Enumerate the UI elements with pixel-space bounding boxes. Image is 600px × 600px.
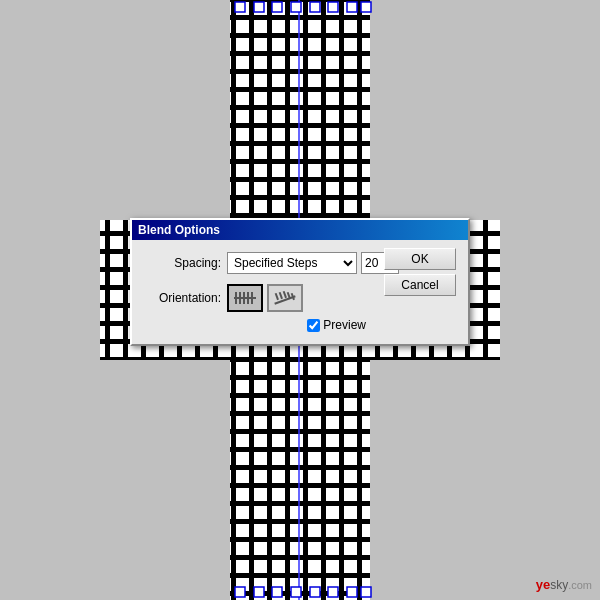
svg-rect-35 <box>247 298 249 304</box>
blend-options-dialog: Blend Options OK Cancel Spacing: Smooth … <box>130 218 470 346</box>
orientation-align-button[interactable] <box>227 284 263 312</box>
ok-button[interactable]: OK <box>384 248 456 270</box>
svg-rect-29 <box>243 292 245 298</box>
svg-rect-22 <box>310 587 320 597</box>
svg-rect-15 <box>328 2 338 12</box>
dialog-title: Blend Options <box>138 223 220 237</box>
orientation-label: Orientation: <box>146 291 221 305</box>
align-to-page-icon <box>231 287 259 309</box>
svg-rect-10 <box>235 2 245 12</box>
svg-rect-23 <box>328 587 338 597</box>
svg-rect-27 <box>235 292 237 298</box>
svg-rect-4 <box>230 0 370 220</box>
svg-rect-21 <box>291 587 301 597</box>
svg-rect-14 <box>310 2 320 12</box>
spacing-label: Spacing: <box>146 256 221 270</box>
dialog-buttons: OK Cancel <box>384 248 456 296</box>
preview-row: Preview <box>146 318 366 332</box>
svg-rect-16 <box>347 2 357 12</box>
svg-rect-40 <box>283 291 287 298</box>
svg-rect-28 <box>239 292 241 298</box>
svg-rect-39 <box>279 292 283 299</box>
svg-rect-18 <box>235 587 245 597</box>
svg-rect-32 <box>235 298 237 304</box>
svg-rect-41 <box>287 292 291 299</box>
svg-rect-31 <box>251 292 253 298</box>
svg-rect-24 <box>347 587 357 597</box>
preview-checkbox[interactable] <box>307 319 320 332</box>
dialog-body: OK Cancel Spacing: Smooth Color Specifie… <box>132 240 468 344</box>
svg-rect-13 <box>291 2 301 12</box>
svg-rect-20 <box>272 587 282 597</box>
svg-rect-25 <box>361 587 371 597</box>
svg-rect-17 <box>361 2 371 12</box>
watermark: yesky.com <box>536 576 592 592</box>
svg-rect-11 <box>254 2 264 12</box>
svg-rect-38 <box>275 293 279 300</box>
cancel-button[interactable]: Cancel <box>384 274 456 296</box>
align-to-path-icon <box>271 287 299 309</box>
svg-rect-33 <box>239 298 241 304</box>
preview-label[interactable]: Preview <box>307 318 366 332</box>
svg-rect-30 <box>247 292 249 298</box>
svg-rect-34 <box>243 298 245 304</box>
dialog-titlebar: Blend Options <box>132 220 468 240</box>
svg-rect-36 <box>251 298 253 304</box>
svg-rect-19 <box>254 587 264 597</box>
svg-rect-12 <box>272 2 282 12</box>
spacing-select[interactable]: Smooth Color Specified Steps Specified D… <box>227 252 357 274</box>
orientation-path-button[interactable] <box>267 284 303 312</box>
svg-rect-5 <box>230 360 370 600</box>
